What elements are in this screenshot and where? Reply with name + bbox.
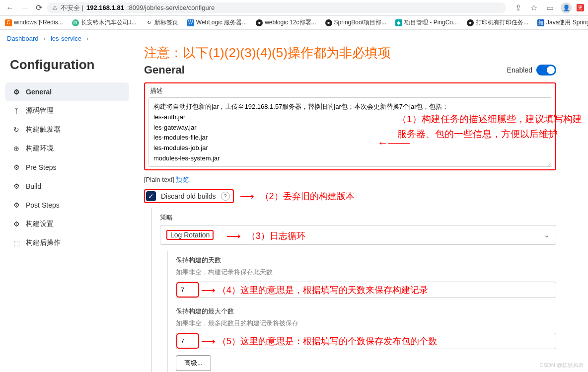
arrow-icon: ⟶	[226, 230, 241, 242]
discard-label: Discard old builds	[161, 192, 216, 200]
bookmark-label: 项目管理 - PingCo...	[404, 18, 458, 27]
bookmark-label: 打印机有打印任务...	[476, 18, 528, 27]
chevron-right-icon: ›	[86, 35, 88, 42]
insecure-icon: ⚠	[52, 4, 58, 11]
sidebar-icon: ⚙	[12, 201, 21, 210]
sidebar-item[interactable]: ⬚构建后操作	[5, 233, 129, 252]
max-keep-input[interactable]	[177, 334, 199, 348]
url-host: 192.168.1.81	[86, 4, 124, 11]
help-icon[interactable]: ?	[221, 192, 230, 201]
bookmark-item[interactable]: 知Java使用 Springbo...	[537, 18, 588, 27]
bookmark-icon: C	[5, 19, 12, 26]
days-keep-help: 如果非空，构建记录将保存此天数	[176, 268, 556, 277]
days-keep-input[interactable]	[177, 283, 199, 297]
extension-icon[interactable]: ▭	[544, 1, 556, 14]
watermark: CSDN @软软风吟	[540, 362, 584, 369]
sidebar-item-label: Build	[26, 182, 41, 190]
bookmark-icon: W	[187, 19, 194, 26]
bookmark-item[interactable]: Cwindows下Redis...	[5, 18, 63, 27]
sidebar-item-label: Post Steps	[26, 201, 60, 209]
plain-text-label: [Plain text]	[144, 176, 174, 183]
bookmark-label: 长安铃木汽车公司J...	[81, 18, 137, 27]
bookmark-item[interactable]: ●打印机有打印任务...	[467, 18, 528, 27]
annotation-5: （5）这里的意思是：根据填写的个数保存发布包的个数	[218, 335, 437, 347]
sidebar-item[interactable]: ᛉ源码管理	[5, 101, 129, 120]
sidebar-item[interactable]: ⚙Post Steps	[5, 196, 129, 215]
sidebar-icon: ⚙	[12, 220, 21, 228]
sidebar-item-label: 构建后操作	[26, 238, 61, 247]
annotation-3: （3）日志循环	[247, 230, 305, 242]
annotation-top: 注意：以下(1)(2)(3)(4)(5)操作都为非必填项	[144, 44, 556, 62]
bookmark-icon: in	[72, 19, 79, 26]
strategy-value: Log Rotation	[166, 230, 214, 240]
bookmark-item[interactable]: ●weblogic 12c部署...	[256, 18, 316, 27]
sidebar-item-label: General	[26, 88, 52, 96]
sidebar-item[interactable]: ⚙General	[5, 82, 129, 101]
share-icon[interactable]: ⇪	[513, 1, 523, 14]
back-button[interactable]: ←	[4, 1, 16, 14]
preview-link[interactable]: 预览	[176, 176, 189, 183]
sidebar-icon: ⚙	[12, 87, 21, 96]
bookmark-item[interactable]: ↻新标签页	[146, 18, 178, 27]
arrow-icon: ⟶	[240, 190, 254, 202]
discard-old-builds-row: ✓ Discard old builds ?	[144, 189, 234, 203]
enabled-toggle[interactable]	[536, 65, 556, 75]
sidebar-item[interactable]: ⚙Build	[5, 177, 129, 196]
bookmark-icon: 知	[537, 19, 544, 26]
update-badge[interactable]: 更	[577, 4, 584, 11]
bookmark-icon: ●	[256, 19, 263, 26]
bookmark-label: 新标签页	[154, 18, 178, 27]
main-content: 注意：以下(1)(2)(3)(4)(5)操作都为非必填项 General Ena…	[129, 47, 576, 372]
bookmark-label: weblogic 12c部署...	[265, 18, 316, 27]
bookmark-item[interactable]: ◆项目管理 - PingCo...	[395, 18, 458, 27]
sidebar-icon: ⊕	[12, 144, 21, 153]
bookmark-icon: ◆	[395, 19, 402, 26]
description-label: 描述	[148, 86, 552, 95]
sidebar-item-label: Pre Steps	[26, 163, 56, 171]
url-bar[interactable]: ⚠ 不安全 | 192.168.1.81 :8099/job/les-servi…	[47, 2, 506, 13]
chevron-right-icon: ›	[44, 35, 46, 42]
breadcrumb-dashboard[interactable]: Dashboard	[7, 35, 39, 42]
bookmark-icon: ●	[325, 19, 332, 26]
sidebar-icon: ⚙	[12, 163, 21, 172]
url-prefix: 不安全 |	[61, 3, 83, 12]
arrow-icon: ⟶	[201, 284, 216, 296]
bookmark-label: SpringBoot项目部...	[334, 18, 386, 27]
sidebar-item-label: 构建触发器	[26, 125, 61, 134]
enabled-label: Enabled	[507, 66, 532, 74]
breadcrumb-job[interactable]: les-service	[51, 35, 81, 42]
sidebar-icon: ↻	[12, 125, 21, 134]
max-keep-help: 如果非空，最多此数目的构建记录将被保存	[176, 319, 556, 328]
bookmark-label: WebLogic 服务器...	[196, 18, 247, 27]
sidebar-item[interactable]: ⚙Pre Steps	[5, 158, 129, 177]
strategy-label: 策略	[160, 213, 556, 222]
sidebar-item[interactable]: ⊕构建环境	[5, 139, 129, 158]
sidebar-item[interactable]: ↻构建触发器	[5, 120, 129, 139]
page-title: Configuration	[5, 52, 129, 82]
bookmark-icon: ●	[467, 19, 474, 26]
arrow-icon: ←——	[377, 134, 410, 151]
browser-toolbar: ← → ⟳ ⚠ 不安全 | 192.168.1.81 :8099/job/les…	[0, 0, 588, 16]
sidebar-item-label: 源码管理	[26, 106, 54, 115]
sidebar-icon: ⬚	[12, 238, 21, 247]
bookmark-item[interactable]: in长安铃木汽车公司J...	[72, 18, 137, 27]
annotation-1: ←—— （1）构建任务的描述细腻些，建议填写构建服务器、包的一些信息，方便以后维…	[397, 112, 586, 142]
advanced-button[interactable]: 高级...	[176, 355, 211, 371]
forward-button[interactable]: →	[19, 1, 31, 14]
sidebar-item[interactable]: ⚙构建设置	[5, 215, 129, 233]
avatar[interactable]: 👤	[561, 2, 572, 13]
reload-button[interactable]: ⟳	[34, 1, 44, 14]
bookmark-star-icon[interactable]: ☆	[528, 1, 539, 14]
sidebar-icon: ᛉ	[12, 106, 21, 115]
annotation-4: （4）这里的意思是，根据填写的天数来保存构建记录	[218, 284, 428, 296]
bookmarks-bar: Cwindows下Redis...in长安铃木汽车公司J...↻新标签页WWeb…	[0, 16, 588, 30]
section-title: General	[144, 64, 185, 76]
arrow-icon: ⟶	[201, 335, 216, 347]
bookmark-item[interactable]: ●SpringBoot项目部...	[325, 18, 386, 27]
bookmark-item[interactable]: WWebLogic 服务器...	[187, 18, 247, 27]
bookmark-label: Java使用 Springbo...	[546, 18, 588, 27]
bookmark-icon: ↻	[146, 19, 152, 26]
days-keep-label: 保持构建的天数	[176, 256, 556, 265]
annotation-2: （2）丢弃旧的构建版本	[260, 190, 355, 202]
discard-checkbox[interactable]: ✓	[146, 191, 156, 201]
